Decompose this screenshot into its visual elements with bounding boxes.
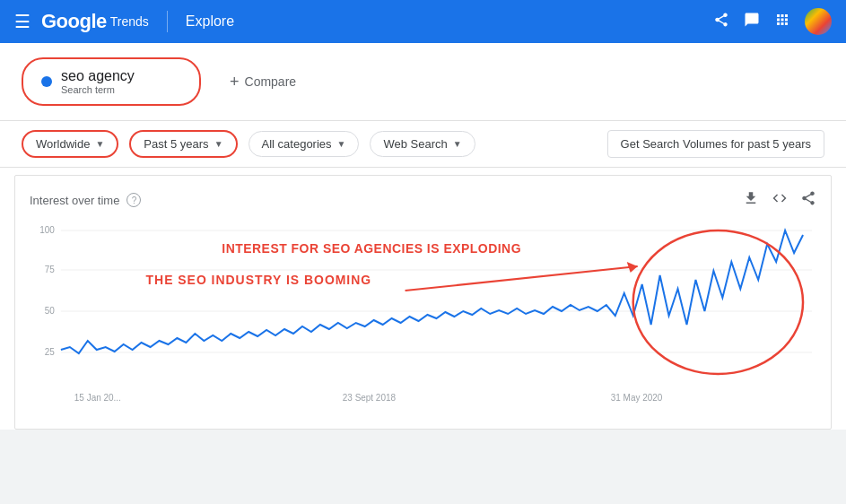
chart-wrapper: 100 75 50 25 15 Jan 20... 23 Sept 2018 3… — [30, 217, 816, 414]
chart-header: Interest over time ? — [30, 190, 816, 210]
notification-icon[interactable] — [744, 12, 760, 32]
main-content: seo agency Search term + Compare Worldwi… — [0, 43, 846, 430]
hamburger-icon[interactable]: ☰ — [14, 11, 31, 32]
compare-plus-icon: + — [230, 73, 240, 91]
search-dot — [41, 76, 52, 87]
logo-trends: Trends — [110, 14, 149, 29]
svg-text:15 Jan 20...: 15 Jan 20... — [74, 393, 121, 403]
svg-text:23 Sept 2018: 23 Sept 2018 — [343, 393, 397, 403]
filter-bar: Worldwide ▼ Past 5 years ▼ All categorie… — [0, 121, 846, 168]
logo-google: Google — [41, 10, 107, 33]
filter-worldwide[interactable]: Worldwide ▼ — [22, 130, 118, 158]
share-icon[interactable] — [713, 12, 729, 32]
download-icon[interactable] — [743, 190, 759, 210]
apps-icon[interactable] — [774, 12, 790, 32]
compare-label: Compare — [245, 74, 297, 89]
share-chart-icon[interactable] — [800, 190, 816, 210]
filter-timerange-label: Past 5 years — [144, 137, 208, 151]
compare-button[interactable]: + Compare — [215, 65, 310, 99]
filter-categories[interactable]: All categories ▼ — [249, 131, 360, 157]
get-volumes-button[interactable]: Get Search Volumes for past 5 years — [607, 130, 824, 158]
svg-text:THE   SEO  INDUSTRY IS BOOMING: THE SEO INDUSTRY IS BOOMING — [146, 273, 372, 287]
svg-text:100: 100 — [39, 225, 55, 235]
header-icons — [713, 8, 832, 35]
categories-dropdown-icon: ▼ — [337, 139, 346, 149]
filter-worldwide-label: Worldwide — [36, 137, 90, 151]
app-header: ☰ Google Trends Explore — [0, 0, 846, 43]
filter-search-type-label: Web Search — [383, 137, 447, 151]
search-type-dropdown-icon: ▼ — [453, 139, 462, 149]
chart-title: Interest over time — [30, 194, 119, 207]
search-term-sub: Search term — [61, 84, 135, 95]
svg-text:31 May 2020: 31 May 2020 — [611, 393, 663, 403]
header-divider — [167, 11, 168, 32]
filter-search-type[interactable]: Web Search ▼ — [370, 131, 475, 157]
filter-timerange[interactable]: Past 5 years ▼ — [129, 130, 237, 158]
embed-icon[interactable] — [772, 190, 788, 210]
svg-text:INTEREST FOR SEO AGENCIES IS E: INTEREST FOR SEO AGENCIES IS EXPLODING — [222, 241, 521, 256]
svg-text:25: 25 — [45, 347, 56, 357]
timerange-dropdown-icon: ▼ — [214, 139, 223, 149]
chart-actions — [743, 190, 816, 210]
filter-categories-label: All categories — [262, 137, 332, 151]
search-term-pill[interactable]: seo agency Search term — [22, 57, 201, 106]
worldwide-dropdown-icon: ▼ — [95, 139, 104, 149]
chart-container: Interest over time ? 100 75 50 — [14, 175, 832, 430]
logo: Google Trends — [41, 10, 149, 33]
search-term-main: seo agency — [61, 68, 135, 84]
svg-text:50: 50 — [45, 306, 56, 316]
search-term-text: seo agency Search term — [61, 68, 135, 95]
header-explore-label: Explore — [186, 13, 234, 30]
chart-svg: 100 75 50 25 15 Jan 20... 23 Sept 2018 3… — [30, 217, 816, 414]
user-avatar[interactable] — [805, 8, 832, 35]
svg-text:75: 75 — [45, 265, 56, 274]
chart-info-icon[interactable]: ? — [126, 193, 141, 207]
search-area: seo agency Search term + Compare — [0, 43, 846, 121]
